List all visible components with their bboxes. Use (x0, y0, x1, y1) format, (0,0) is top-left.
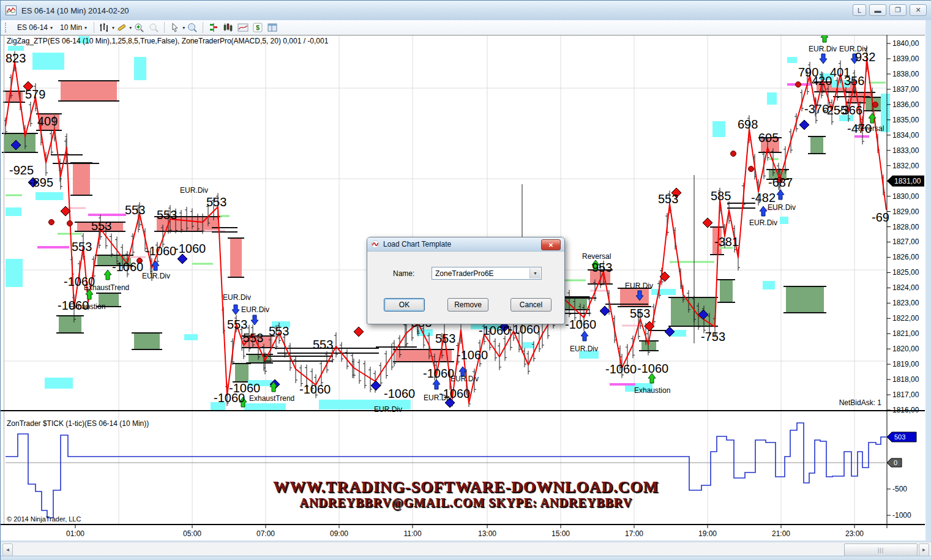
svg-text:1821,00: 1821,00 (892, 329, 919, 338)
svg-text:553: 553 (630, 307, 650, 320)
chevron-down-icon[interactable]: ▾ (129, 25, 132, 31)
svg-text:585: 585 (711, 189, 731, 203)
svg-text:-1060: -1060 (457, 348, 488, 362)
data-box-icon[interactable] (185, 21, 199, 34)
chart-window: ES 06-14 (10 Min) 2014-02-20 L ▬ ❐ ✕ ES … (0, 0, 931, 560)
link-button[interactable]: L (853, 4, 866, 16)
chevron-down-icon[interactable]: ▾ (112, 25, 114, 31)
svg-text:EUR.Div: EUR.Div (625, 282, 653, 290)
svg-text:553: 553 (313, 338, 333, 351)
cancel-button[interactable]: Cancel (510, 298, 551, 312)
titlebar: ES 06-14 (10 Min) 2014-02-20 L ▬ ❐ ✕ (1, 1, 931, 21)
name-label: Name: (393, 269, 414, 278)
copyright-label: © 2014 NinjaTrader, LLC (7, 515, 81, 523)
svg-text:953: 953 (592, 261, 612, 274)
svg-text:-1060: -1060 (174, 242, 206, 255)
remove-button[interactable]: Remove (447, 298, 488, 312)
svg-text:1816,00: 1816,00 (892, 406, 919, 414)
horizontal-scrollbar[interactable]: ◄ ||| ► (1, 542, 931, 556)
svg-text:$: $ (256, 24, 260, 31)
toolbar-grip[interactable] (5, 23, 10, 32)
bar-type-icon[interactable] (98, 21, 111, 34)
svg-text:EUR.Div: EUR.Div (749, 218, 777, 227)
svg-text:420: 420 (812, 74, 832, 88)
svg-text:EUR.Div: EUR.Div (142, 272, 170, 280)
svg-text:356: 356 (844, 74, 864, 88)
snapshot-icon[interactable] (236, 21, 250, 34)
svg-text:-1060: -1060 (423, 367, 454, 380)
svg-text:-1000: -1000 (892, 511, 911, 520)
dialog-title: Load Chart Template (383, 240, 451, 248)
svg-text:1834,00: 1834,00 (892, 131, 919, 140)
interval-selector[interactable]: 10 Min ▾ (56, 22, 91, 33)
svg-text:1829,00: 1829,00 (892, 207, 919, 216)
template-combobox-value: ZoneTraderPro6E (435, 269, 494, 278)
svg-text:-1060: -1060 (565, 318, 596, 331)
svg-text:EUR.Div: EUR.Div (424, 394, 452, 402)
svg-text:19:00: 19:00 (698, 529, 717, 538)
zoom-in-icon[interactable] (132, 21, 146, 34)
svg-text:1824,00: 1824,00 (892, 283, 919, 292)
svg-text:EUR.Div: EUR.Div (374, 405, 402, 414)
svg-text:-1060: -1060 (112, 260, 143, 274)
chart-style-icon[interactable] (222, 21, 235, 34)
restore-button[interactable]: ❐ (889, 4, 907, 16)
svg-text:1827,00: 1827,00 (892, 237, 919, 246)
svg-text:1836,00: 1836,00 (892, 100, 919, 109)
scroll-left-button[interactable]: ◄ (2, 543, 13, 556)
svg-text:Reversal: Reversal (582, 252, 611, 261)
window-title: ES 06-14 (10 Min) 2014-02-20 (21, 6, 129, 15)
svg-text:ExhaustTrend: ExhaustTrend (84, 283, 129, 292)
dollar-icon[interactable]: $ (251, 21, 264, 34)
zoom-out-icon[interactable] (147, 21, 160, 34)
svg-text:-1060: -1060 (479, 324, 510, 337)
drawing-tools-icon[interactable] (115, 21, 129, 34)
svg-text:-687: -687 (768, 176, 793, 189)
svg-text:07:00: 07:00 (256, 529, 275, 538)
chevron-down-icon: ▾ (84, 25, 87, 31)
svg-text:503: 503 (894, 433, 905, 441)
svg-text:553: 553 (658, 192, 678, 206)
window-bottom-frame (1, 556, 931, 560)
svg-text:Exhaustion: Exhaustion (634, 386, 670, 395)
price-ladder-icon[interactable] (207, 21, 220, 34)
template-combobox[interactable]: ZoneTraderPro6E ▼ (432, 267, 542, 280)
dialog-titlebar[interactable]: Load Chart Template ✕ (367, 237, 564, 252)
ninjatrader-icon (371, 240, 380, 248)
svg-text:1818,00: 1818,00 (892, 375, 919, 384)
combobox-dropdown-icon[interactable]: ▼ (529, 268, 540, 278)
svg-text:13:00: 13:00 (478, 529, 496, 538)
svg-text:1833,00: 1833,00 (892, 146, 919, 155)
svg-text:553: 553 (435, 332, 455, 345)
svg-text:EUR.Div: EUR.Div (570, 345, 598, 353)
svg-text:553: 553 (72, 240, 92, 253)
close-button[interactable]: ✕ (910, 4, 927, 16)
instrument-selector[interactable]: ES 06-14 ▾ (13, 22, 56, 33)
minimize-button[interactable]: ▬ (869, 4, 886, 16)
svg-text:-1060: -1060 (384, 387, 415, 400)
properties-panel-icon[interactable] (266, 21, 279, 34)
svg-text:579: 579 (25, 88, 45, 101)
svg-text:605: 605 (758, 131, 779, 144)
svg-text:-1060: -1060 (145, 244, 176, 258)
svg-text:1835,00: 1835,00 (892, 116, 919, 124)
svg-text:1823,00: 1823,00 (892, 299, 919, 307)
svg-text:553: 553 (125, 203, 145, 217)
chevron-down-icon[interactable]: ▾ (182, 25, 185, 31)
svg-text:11:00: 11:00 (403, 529, 421, 538)
pointer-icon[interactable] (168, 21, 182, 34)
svg-text:09:00: 09:00 (330, 529, 348, 538)
svg-text:1832,00: 1832,00 (892, 162, 919, 170)
ok-button[interactable]: OK (384, 298, 425, 312)
dialog-close-button[interactable]: ✕ (541, 239, 561, 250)
svg-text:409: 409 (37, 114, 58, 128)
scrollbar-thumb[interactable]: ||| (844, 543, 918, 556)
toolbar-separator (94, 22, 94, 33)
svg-text:EUR.Div: EUR.Div (180, 186, 208, 195)
load-chart-template-dialog: Load Chart Template ✕ Name: ZoneTraderPr… (367, 237, 565, 324)
svg-text:553: 553 (91, 219, 111, 233)
svg-text:-1060: -1060 (229, 381, 260, 395)
scroll-right-button[interactable]: ► (919, 543, 929, 556)
svg-text:-925: -925 (9, 163, 34, 177)
svg-text:1831,00: 1831,00 (894, 177, 921, 185)
